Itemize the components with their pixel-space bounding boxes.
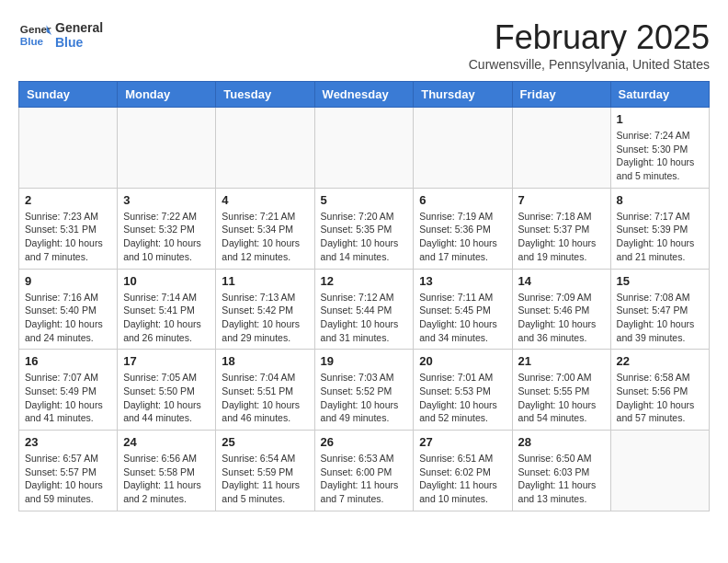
day-number: 25 (222, 435, 308, 449)
day-number: 18 (222, 354, 308, 368)
day-info: Sunrise: 7:08 AM Sunset: 5:47 PM Dayligh… (617, 291, 703, 345)
day-info: Sunrise: 7:09 AM Sunset: 5:46 PM Dayligh… (518, 291, 605, 345)
svg-text:Blue: Blue (20, 35, 44, 47)
calendar-day: 28Sunrise: 6:50 AM Sunset: 6:03 PM Dayli… (512, 431, 610, 511)
day-info: Sunrise: 7:12 AM Sunset: 5:44 PM Dayligh… (321, 291, 408, 345)
day-info: Sunrise: 7:17 AM Sunset: 5:39 PM Dayligh… (617, 210, 703, 264)
day-number: 26 (321, 435, 408, 449)
day-info: Sunrise: 7:22 AM Sunset: 5:32 PM Dayligh… (123, 210, 210, 264)
day-number: 3 (123, 193, 210, 207)
day-number: 1 (617, 112, 703, 126)
calendar-day: 21Sunrise: 7:00 AM Sunset: 5:55 PM Dayli… (512, 350, 610, 431)
day-info: Sunrise: 7:21 AM Sunset: 5:34 PM Dayligh… (222, 210, 308, 264)
logo-icon: General Blue (18, 18, 51, 52)
day-number: 21 (518, 354, 605, 368)
day-header-sunday: Sunday (19, 82, 118, 108)
calendar-day: 15Sunrise: 7:08 AM Sunset: 5:47 PM Dayli… (610, 269, 709, 350)
day-number: 20 (419, 354, 506, 368)
day-number: 17 (123, 354, 210, 368)
calendar-day: 16Sunrise: 7:07 AM Sunset: 5:49 PM Dayli… (19, 350, 118, 431)
day-info: Sunrise: 7:05 AM Sunset: 5:50 PM Dayligh… (123, 371, 210, 425)
day-number: 9 (25, 274, 111, 288)
day-info: Sunrise: 7:20 AM Sunset: 5:35 PM Dayligh… (321, 210, 408, 264)
calendar-day: 24Sunrise: 6:56 AM Sunset: 5:58 PM Dayli… (118, 431, 216, 511)
calendar-day: 23Sunrise: 6:57 AM Sunset: 5:57 PM Dayli… (19, 431, 118, 511)
calendar-week-5: 23Sunrise: 6:57 AM Sunset: 5:57 PM Dayli… (19, 431, 710, 511)
calendar-day: 25Sunrise: 6:54 AM Sunset: 5:59 PM Dayli… (216, 431, 314, 511)
day-number: 24 (123, 435, 210, 449)
calendar-day: 12Sunrise: 7:12 AM Sunset: 5:44 PM Dayli… (314, 269, 414, 350)
day-info: Sunrise: 7:01 AM Sunset: 5:53 PM Dayligh… (419, 371, 506, 425)
calendar-day: 22Sunrise: 6:58 AM Sunset: 5:56 PM Dayli… (610, 350, 709, 431)
calendar-week-4: 16Sunrise: 7:07 AM Sunset: 5:49 PM Dayli… (19, 350, 710, 431)
day-info: Sunrise: 7:07 AM Sunset: 5:49 PM Dayligh… (25, 371, 111, 425)
location-text: Curwensville, Pennsylvania, United State… (469, 57, 710, 72)
calendar-day: 4Sunrise: 7:21 AM Sunset: 5:34 PM Daylig… (216, 188, 314, 269)
day-info: Sunrise: 7:13 AM Sunset: 5:42 PM Dayligh… (222, 291, 308, 345)
calendar-day: 9Sunrise: 7:16 AM Sunset: 5:40 PM Daylig… (19, 269, 118, 350)
calendar-week-3: 9Sunrise: 7:16 AM Sunset: 5:40 PM Daylig… (19, 269, 710, 350)
calendar-day: 8Sunrise: 7:17 AM Sunset: 5:39 PM Daylig… (610, 188, 709, 269)
calendar-header-row: SundayMondayTuesdayWednesdayThursdayFrid… (19, 82, 710, 108)
day-number: 10 (123, 274, 210, 288)
day-number: 12 (321, 274, 408, 288)
day-number: 23 (25, 435, 111, 449)
day-number: 6 (419, 193, 506, 207)
day-number: 14 (518, 274, 605, 288)
calendar-day: 19Sunrise: 7:03 AM Sunset: 5:52 PM Dayli… (314, 350, 414, 431)
day-info: Sunrise: 7:18 AM Sunset: 5:37 PM Dayligh… (518, 210, 605, 264)
day-info: Sunrise: 7:03 AM Sunset: 5:52 PM Dayligh… (321, 371, 408, 425)
calendar-day: 11Sunrise: 7:13 AM Sunset: 5:42 PM Dayli… (216, 269, 314, 350)
calendar-day (610, 431, 709, 511)
day-header-friday: Friday (512, 82, 610, 108)
day-info: Sunrise: 6:50 AM Sunset: 6:03 PM Dayligh… (518, 452, 605, 506)
day-number: 28 (518, 435, 605, 449)
calendar-day (216, 108, 314, 189)
logo: General Blue General Blue (18, 18, 103, 52)
calendar-day: 1Sunrise: 7:24 AM Sunset: 5:30 PM Daylig… (610, 108, 709, 189)
day-header-monday: Monday (118, 82, 216, 108)
day-info: Sunrise: 7:23 AM Sunset: 5:31 PM Dayligh… (25, 210, 111, 264)
month-title: February 2025 (469, 18, 710, 57)
day-number: 7 (518, 193, 605, 207)
calendar-day (512, 108, 610, 189)
calendar-day: 26Sunrise: 6:53 AM Sunset: 6:00 PM Dayli… (314, 431, 414, 511)
day-number: 4 (222, 193, 308, 207)
day-number: 27 (419, 435, 506, 449)
page-header: General Blue General Blue February 2025 … (18, 18, 710, 72)
calendar-day (314, 108, 414, 189)
calendar-day: 6Sunrise: 7:19 AM Sunset: 5:36 PM Daylig… (414, 188, 512, 269)
day-number: 13 (419, 274, 506, 288)
logo-blue-text: Blue (55, 35, 103, 50)
day-number: 16 (25, 354, 111, 368)
day-info: Sunrise: 6:51 AM Sunset: 6:02 PM Dayligh… (419, 452, 506, 506)
calendar-day: 18Sunrise: 7:04 AM Sunset: 5:51 PM Dayli… (216, 350, 314, 431)
calendar-day: 17Sunrise: 7:05 AM Sunset: 5:50 PM Dayli… (118, 350, 216, 431)
calendar-week-1: 1Sunrise: 7:24 AM Sunset: 5:30 PM Daylig… (19, 108, 710, 189)
day-info: Sunrise: 7:24 AM Sunset: 5:30 PM Dayligh… (617, 129, 703, 183)
calendar-week-2: 2Sunrise: 7:23 AM Sunset: 5:31 PM Daylig… (19, 188, 710, 269)
day-number: 8 (617, 193, 703, 207)
calendar-day: 27Sunrise: 6:51 AM Sunset: 6:02 PM Dayli… (414, 431, 512, 511)
day-info: Sunrise: 7:11 AM Sunset: 5:45 PM Dayligh… (419, 291, 506, 345)
calendar-day: 14Sunrise: 7:09 AM Sunset: 5:46 PM Dayli… (512, 269, 610, 350)
day-number: 2 (25, 193, 111, 207)
calendar-day: 20Sunrise: 7:01 AM Sunset: 5:53 PM Dayli… (414, 350, 512, 431)
day-number: 5 (321, 193, 408, 207)
day-header-wednesday: Wednesday (314, 82, 414, 108)
calendar-day (414, 108, 512, 189)
calendar-day: 5Sunrise: 7:20 AM Sunset: 5:35 PM Daylig… (314, 188, 414, 269)
day-info: Sunrise: 6:58 AM Sunset: 5:56 PM Dayligh… (617, 371, 703, 425)
calendar-day: 13Sunrise: 7:11 AM Sunset: 5:45 PM Dayli… (414, 269, 512, 350)
day-info: Sunrise: 6:57 AM Sunset: 5:57 PM Dayligh… (25, 452, 111, 506)
day-info: Sunrise: 6:53 AM Sunset: 6:00 PM Dayligh… (321, 452, 408, 506)
title-area: February 2025 Curwensville, Pennsylvania… (469, 18, 710, 72)
day-header-tuesday: Tuesday (216, 82, 314, 108)
day-info: Sunrise: 6:56 AM Sunset: 5:58 PM Dayligh… (123, 452, 210, 506)
calendar-day (118, 108, 216, 189)
calendar-day (19, 108, 118, 189)
calendar-day: 10Sunrise: 7:14 AM Sunset: 5:41 PM Dayli… (118, 269, 216, 350)
day-number: 19 (321, 354, 408, 368)
day-info: Sunrise: 7:04 AM Sunset: 5:51 PM Dayligh… (222, 371, 308, 425)
day-header-thursday: Thursday (414, 82, 512, 108)
